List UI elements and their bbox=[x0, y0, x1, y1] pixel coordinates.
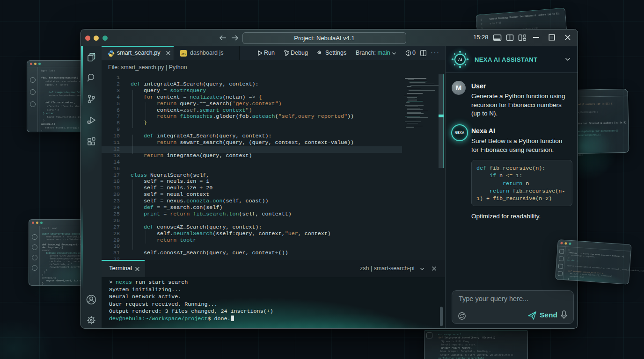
svg-text:JS: JS bbox=[181, 52, 185, 56]
svg-text:AI: AI bbox=[458, 57, 462, 62]
